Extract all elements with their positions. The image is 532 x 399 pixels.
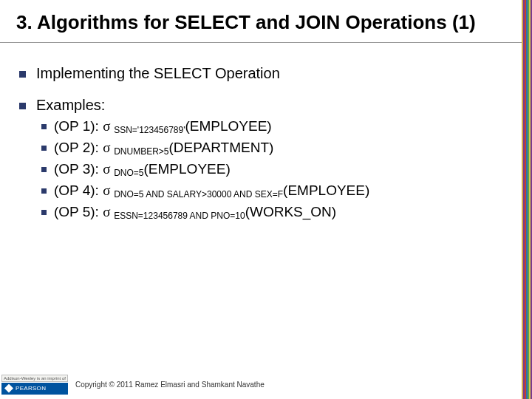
slide-footer: Addison-Wesley is an imprint of PEARSON … [0, 369, 522, 399]
sigma-symbol: σ [103, 204, 114, 219]
sigma-symbol: σ [103, 118, 114, 134]
example-op2: (OP 2): σ DNUMBER>5(DEPARTMENT) [41, 140, 507, 157]
example-op5: (OP 5): σ ESSN=123456789 AND PNO=10(WORK… [41, 204, 507, 221]
bullet-text: Implementing the SELECT Operation [36, 65, 280, 81]
slide: 3. Algorithms for SELECT and JOIN Operat… [0, 0, 522, 399]
op-relation: (EMPLOYEE) [144, 161, 231, 177]
op-relation: (EMPLOYEE) [185, 118, 272, 134]
op-predicate: DNO=5 AND SALARY>30000 AND SEX=F [114, 189, 283, 200]
sigma-symbol: σ [103, 140, 114, 155]
op-relation: (WORKS_ON) [245, 204, 337, 219]
bullet-icon [41, 146, 47, 151]
op-relation: (EMPLOYEE) [283, 183, 369, 198]
publisher-logos: Addison-Wesley is an imprint of PEARSON [1, 375, 68, 395]
bullet-icon [41, 167, 47, 172]
addison-wesley-label: Addison-Wesley is an imprint of [1, 375, 68, 382]
op-predicate: SSN='123456789' [114, 125, 185, 135]
op-predicate: DNO=5 [114, 168, 143, 178]
op-relation: (DEPARTMENT) [169, 140, 274, 155]
op-label: (OP 3): [54, 161, 103, 177]
bullet-icon [41, 210, 47, 215]
bullet-icon [41, 188, 47, 194]
pearson-badge: PEARSON [1, 383, 68, 395]
pearson-text: PEARSON [16, 385, 46, 392]
example-op1: (OP 1): σ SSN='123456789'(EMPLOYEE) [41, 118, 507, 135]
pearson-logo-icon [4, 384, 13, 393]
example-op4: (OP 4): σ DNO=5 AND SALARY>30000 AND SEX… [41, 183, 507, 200]
bullet-icon [41, 124, 47, 129]
op-label: (OP 5): [54, 204, 103, 219]
op-predicate: DNUMBER>5 [114, 146, 168, 157]
slide-title: 3. Algorithms for SELECT and JOIN Operat… [0, 0, 522, 43]
sigma-symbol: σ [103, 183, 114, 198]
bullet-examples: Examples: (OP 1): σ SSN='123456789'(EMPL… [19, 97, 507, 221]
example-op3: (OP 3): σ DNO=5(EMPLOYEE) [41, 161, 507, 178]
slide-body: Implementing the SELECT Operation Exampl… [0, 43, 522, 221]
op-label: (OP 2): [54, 140, 103, 155]
bullet-icon [19, 103, 26, 109]
bullet-implementing-select: Implementing the SELECT Operation [19, 65, 507, 82]
decorative-right-stripes [522, 0, 532, 399]
op-predicate: ESSN=123456789 AND PNO=10 [114, 211, 245, 221]
copyright-text: Copyright © 2011 Ramez Elmasri and Shamk… [75, 381, 265, 389]
op-label: (OP 4): [54, 183, 103, 198]
bullet-text: Examples: [36, 97, 105, 113]
op-label: (OP 1): [54, 118, 103, 134]
bullet-icon [19, 71, 26, 78]
sigma-symbol: σ [103, 161, 114, 177]
